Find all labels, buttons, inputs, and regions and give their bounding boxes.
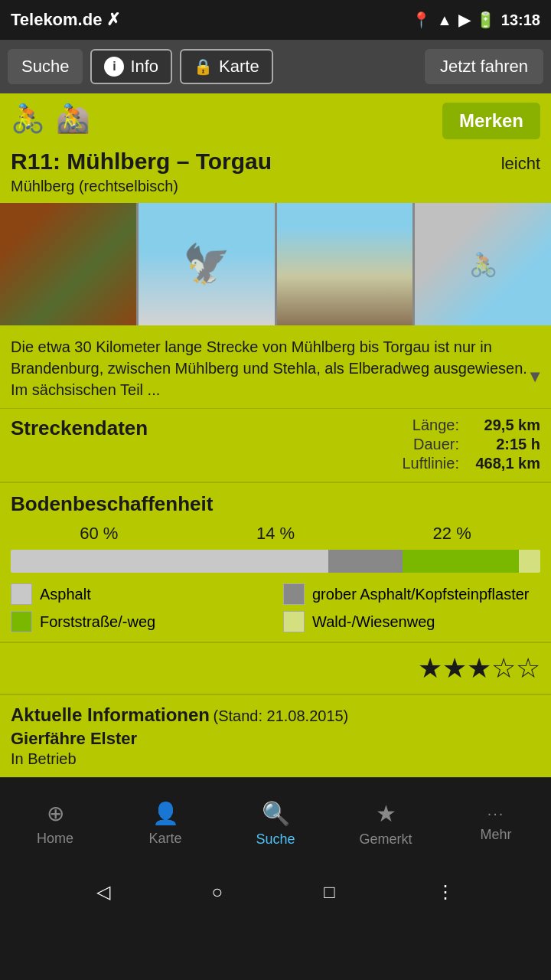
karte-button[interactable]: 🔒 Karte: [180, 49, 273, 84]
route-title: R11: Mühlberg – Torgau: [11, 149, 272, 175]
photo-3[interactable]: [277, 203, 413, 325]
legend-forst-color: [11, 611, 32, 632]
scroll-indicator: ▼: [527, 367, 543, 387]
photo-4[interactable]: 🚴: [415, 203, 551, 325]
wifi-icon: ▲: [437, 11, 452, 29]
carrier-name: Telekom.de: [11, 10, 102, 30]
merken-button[interactable]: Merken: [442, 103, 540, 139]
bike-icons: 🚴 🚵: [11, 103, 90, 135]
suche-button[interactable]: Suche: [8, 49, 83, 84]
legend-grob: grober Asphalt/Kopfsteinpflaster: [283, 583, 540, 605]
legend-wald-color: [283, 611, 305, 632]
route-title-section: R11: Mühlberg – Torgau leicht Mühlberg (…: [0, 145, 551, 203]
wald-label: Wald-/Wiesenweg: [312, 613, 435, 631]
jetzt-fahren-button[interactable]: Jetzt fahren: [425, 49, 543, 84]
aktuelle-title: Aktuelle Informationen: [11, 704, 210, 725]
boden-section: Bodenbeschaffenheit 60 % 14 % 22 % Aspha…: [0, 483, 551, 643]
signal-icon: ▶: [458, 11, 470, 29]
legend-forst: Forststraße/-weg: [11, 611, 268, 632]
route-subtitle: Mühlberg (rechtselbisch): [11, 178, 540, 195]
description-text: Die etwa 30 Kilometer lange Strecke von …: [11, 336, 540, 400]
route-difficulty: leicht: [501, 154, 540, 174]
dauer-label: Dauer:: [413, 436, 459, 453]
route-header: 🚴 🚵 Merken: [0, 93, 551, 145]
karte-nav-icon: 👤: [152, 801, 179, 826]
suche-nav-icon: 🔍: [262, 800, 290, 827]
legend-wald: Wald-/Wiesenweg: [283, 611, 540, 632]
legend-grob-color: [283, 583, 305, 605]
bottom-nav-mehr[interactable]: ··· Mehr: [441, 799, 551, 849]
bike-icon-1: 🚴: [11, 103, 45, 135]
luftlinie-label: Luftlinie:: [403, 455, 460, 472]
photo-2[interactable]: 🦅: [139, 203, 275, 325]
grob-pct: 14 %: [256, 524, 295, 544]
streckendaten-section: Streckendaten Länge: 29,5 km Dauer: 2:15…: [0, 409, 551, 483]
bottom-nav-home[interactable]: ⊕ Home: [0, 795, 110, 853]
bike-icon-2: 🚵: [56, 103, 90, 135]
asphalt-label: Asphalt: [40, 586, 91, 603]
karte-nav-label: Karte: [148, 831, 181, 847]
clock: 13:18: [501, 11, 540, 29]
boden-bar: [11, 550, 540, 573]
boden-bar-grob: [328, 550, 403, 573]
suche-nav-label: Suche: [256, 831, 295, 848]
status-bar: Telekom.de ✗ 📍 ▲ ▶ 🔋 13:18: [0, 0, 551, 40]
boden-title: Bodenbeschaffenheit: [11, 492, 540, 516]
boden-bar-asphalt: [11, 550, 328, 573]
rating-stars: ★★★☆☆: [418, 652, 540, 684]
photo-gallery: 🦅 🚴: [0, 203, 551, 325]
streckendaten-title: Streckendaten: [11, 416, 148, 440]
aktuelle-header: Aktuelle Informationen (Stand: 21.08.201…: [11, 704, 540, 726]
aktuelle-status: In Betrieb: [11, 750, 540, 768]
carrier-icon: ✗: [106, 10, 120, 30]
info-button[interactable]: i Info: [90, 49, 172, 84]
top-nav: Suche i Info 🔒 Karte Jetzt fahren: [0, 40, 551, 93]
laenge-label: Länge:: [412, 416, 459, 434]
grob-label: grober Asphalt/Kopfsteinpflaster: [312, 586, 530, 603]
recents-button[interactable]: □: [324, 881, 335, 903]
photo-1[interactable]: [0, 203, 136, 325]
bottom-nav-suche[interactable]: 🔍 Suche: [220, 794, 331, 854]
aktuelle-subtitle: Gierfähre Elster: [11, 729, 540, 749]
info-circle-icon: i: [104, 57, 124, 77]
description-section: Die etwa 30 Kilometer lange Strecke von …: [0, 325, 551, 409]
location-icon: 📍: [412, 11, 431, 29]
luftlinie-value: 468,1 km: [471, 455, 540, 472]
aktuelle-section: Aktuelle Informationen (Stand: 21.08.201…: [0, 695, 551, 777]
asphalt-pct: 60 %: [80, 524, 118, 544]
bottom-nav-gemerkt[interactable]: ★ Gemerkt: [331, 794, 441, 854]
home-label: Home: [37, 831, 73, 847]
menu-button[interactable]: ⋮: [436, 881, 455, 903]
dauer-value: 2:15 h: [471, 436, 540, 453]
aktuelle-stand: (Stand: 21.08.2015): [213, 707, 348, 724]
home-button[interactable]: ○: [211, 881, 223, 903]
legend-asphalt: Asphalt: [11, 583, 268, 605]
mehr-icon: ···: [487, 805, 505, 822]
karte-label: Karte: [219, 57, 259, 77]
boden-bar-wald: [519, 550, 540, 573]
boden-legend: Asphalt grober Asphalt/Kopfsteinpflaster…: [11, 583, 540, 632]
battery-icon: 🔋: [476, 11, 495, 29]
gemerkt-icon: ★: [376, 800, 396, 827]
forst-label: Forststraße/-weg: [40, 613, 155, 631]
android-nav: ◁ ○ □ ⋮: [0, 869, 551, 915]
streckendaten-stats: Länge: 29,5 km Dauer: 2:15 h Luftlinie: …: [403, 416, 541, 474]
boden-percentages: 60 % 14 % 22 %: [11, 524, 540, 544]
mehr-label: Mehr: [480, 827, 511, 843]
laenge-value: 29,5 km: [471, 416, 540, 434]
info-label: Info: [130, 57, 158, 77]
forst-pct: 22 %: [433, 524, 471, 544]
boden-bar-forst: [403, 550, 519, 573]
bottom-nav: ⊕ Home 👤 Karte 🔍 Suche ★ Gemerkt ··· Meh…: [0, 777, 551, 869]
back-button[interactable]: ◁: [96, 881, 110, 903]
lock-icon: 🔒: [194, 57, 213, 76]
gemerkt-label: Gemerkt: [359, 831, 412, 848]
home-icon: ⊕: [47, 801, 64, 826]
rating-section: ★★★☆☆: [0, 643, 551, 695]
bottom-nav-karte[interactable]: 👤 Karte: [110, 795, 220, 853]
legend-asphalt-color: [11, 583, 32, 605]
main-content: 🚴 🚵 Merken R11: Mühlberg – Torgau leicht…: [0, 93, 551, 777]
